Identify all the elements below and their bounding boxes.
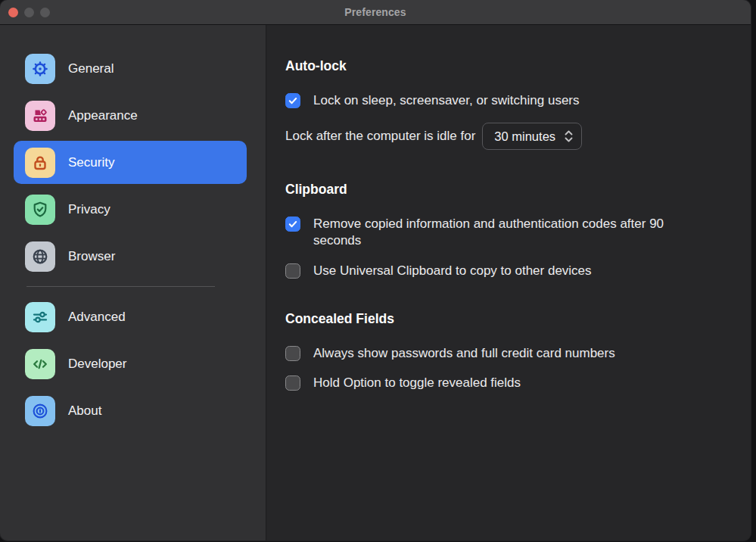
sidebar-item-label: Security — [68, 155, 114, 170]
gear-icon — [25, 54, 55, 84]
sidebar-divider — [26, 286, 215, 287]
sidebar-item-label: Privacy — [68, 202, 110, 217]
universal-clipboard-row: Use Universal Clipboard to copy to other… — [285, 263, 709, 279]
sidebar-item-label: Developer — [68, 357, 127, 372]
section-heading-autolock: Auto-lock — [285, 58, 709, 74]
always-show-row: Always show passwords and full credit ca… — [285, 345, 709, 362]
remove-copied-checkbox[interactable] — [285, 216, 300, 232]
lock-on-sleep-label: Lock on sleep, screensaver, or switching… — [313, 92, 580, 109]
shield-check-icon — [25, 195, 55, 225]
chevron-up-down-icon — [563, 129, 574, 143]
zoom-button — [40, 8, 50, 17]
sidebar-item-security[interactable]: Security — [14, 141, 247, 184]
code-icon — [25, 349, 55, 379]
sidebar-item-advanced[interactable]: Advanced — [14, 295, 247, 338]
sliders-icon — [25, 302, 55, 332]
hold-option-checkbox[interactable] — [285, 375, 300, 391]
idle-timeout-row: Lock after the computer is idle for 30 m… — [285, 123, 709, 150]
section-heading-clipboard: Clipboard — [285, 182, 709, 198]
security-settings-panel: Auto-lock Lock on sleep, screensaver, or… — [266, 25, 751, 540]
always-show-checkbox[interactable] — [285, 346, 300, 361]
close-button[interactable] — [8, 8, 18, 17]
sidebar-item-privacy[interactable]: Privacy — [14, 188, 247, 231]
lock-on-sleep-checkbox[interactable] — [285, 93, 300, 108]
sidebar-item-general[interactable]: General — [14, 47, 247, 90]
remove-copied-row: Remove copied information and authentica… — [285, 216, 709, 249]
checkmark-icon — [288, 219, 298, 229]
traffic-lights — [8, 0, 50, 24]
universal-clipboard-label: Use Universal Clipboard to copy to other… — [313, 263, 592, 279]
checkmark-icon — [288, 95, 298, 106]
sidebar-item-browser[interactable]: Browser — [14, 235, 247, 278]
hold-option-row: Hold Option to toggle revealed fields — [285, 375, 709, 391]
sidebar-item-label: Advanced — [68, 310, 126, 325]
minimize-button — [24, 8, 34, 17]
globe-icon — [25, 241, 55, 272]
remove-copied-label: Remove copied information and authentica… — [313, 216, 709, 249]
sidebar-item-appearance[interactable]: Appearance — [14, 94, 247, 137]
sidebar-item-label: About — [68, 403, 101, 419]
idle-timeout-select[interactable]: 30 minutes — [482, 123, 582, 150]
preferences-window: Preferences — [0, 0, 751, 540]
sidebar: General Appearance — [0, 25, 266, 540]
window-title: Preferences — [344, 6, 406, 18]
sidebar-item-label: General — [68, 61, 114, 76]
universal-clipboard-checkbox[interactable] — [285, 263, 300, 279]
window-body: General Appearance — [0, 25, 751, 540]
sidebar-item-label: Appearance — [68, 108, 138, 123]
section-heading-concealed: Concealed Fields — [285, 311, 709, 327]
titlebar: Preferences — [0, 0, 751, 25]
sidebar-item-developer[interactable]: Developer — [14, 342, 247, 385]
idle-timeout-value: 30 minutes — [494, 129, 555, 144]
idle-timeout-label: Lock after the computer is idle for — [285, 129, 475, 144]
hold-option-label: Hold Option to toggle revealed fields — [313, 375, 521, 391]
onepassword-icon — [25, 396, 55, 426]
lock-icon — [25, 148, 55, 178]
lock-on-sleep-row: Lock on sleep, screensaver, or switching… — [285, 92, 709, 109]
sidebar-item-about[interactable]: About — [14, 389, 247, 432]
swatches-icon — [25, 101, 55, 131]
always-show-label: Always show passwords and full credit ca… — [313, 345, 615, 362]
sidebar-item-label: Browser — [68, 249, 115, 264]
